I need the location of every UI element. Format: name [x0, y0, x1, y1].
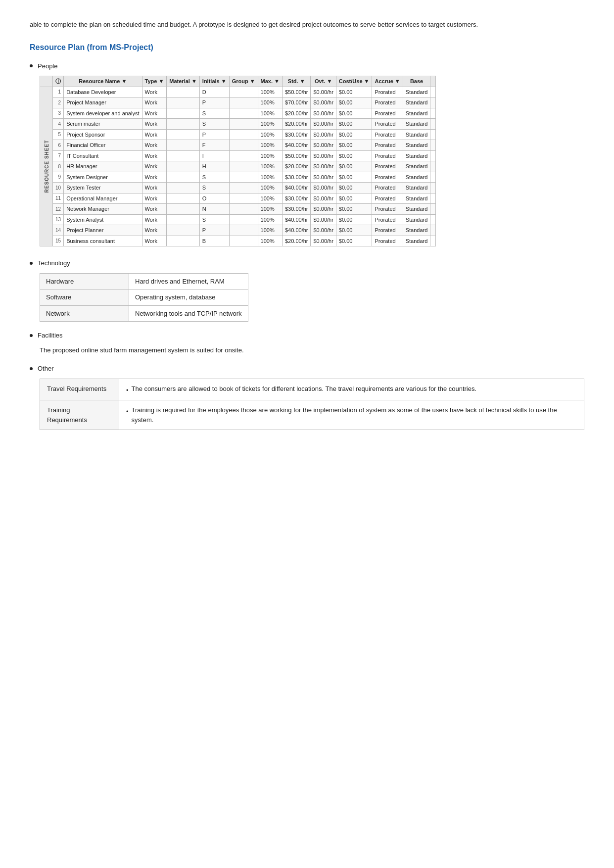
other-requirement-label: Training Requirements	[40, 400, 119, 430]
resource-type: Work	[142, 225, 167, 236]
th-accrue: Accrue ▼	[372, 76, 403, 87]
resource-std: $40.00/hr	[282, 183, 310, 193]
resource-group	[229, 119, 258, 130]
resource-cost-use: $0.00	[336, 193, 372, 204]
resource-std: $30.00/hr	[282, 129, 310, 140]
resource-material	[167, 108, 200, 119]
resource-accrue: Prorated	[372, 193, 403, 204]
th-cost-use: Cost/Use ▼	[336, 76, 372, 87]
resource-extra	[430, 150, 436, 161]
resource-type: Work	[142, 150, 167, 161]
resource-extra	[430, 119, 436, 130]
resource-extra	[430, 193, 436, 204]
resource-ovt: $0.00/hr	[311, 87, 336, 97]
resource-group	[229, 87, 258, 97]
row-number: 14	[53, 225, 64, 236]
resource-ovt: $0.00/hr	[311, 236, 336, 246]
resource-extra	[430, 183, 436, 193]
resource-ovt: $0.00/hr	[311, 193, 336, 204]
resource-base: Standard	[403, 225, 430, 236]
resource-base: Standard	[403, 172, 430, 183]
resource-ovt: $0.00/hr	[311, 225, 336, 236]
resource-type: Work	[142, 108, 167, 119]
facilities-bullet-label: Facilities	[30, 331, 584, 340]
resource-initials: P	[199, 225, 229, 236]
resource-accrue: Prorated	[372, 172, 403, 183]
resource-accrue: Prorated	[372, 214, 403, 225]
th-resource-name: Resource Name ▼	[64, 76, 142, 87]
resource-ovt: $0.00/hr	[311, 108, 336, 119]
resource-extra	[430, 236, 436, 246]
th-side	[40, 76, 53, 87]
resource-extra	[430, 204, 436, 215]
resource-initials: H	[199, 161, 229, 172]
facilities-section: Facilities The proposed online stud farm…	[30, 331, 584, 355]
resource-extra	[430, 87, 436, 97]
resource-std: $20.00/hr	[282, 161, 310, 172]
resource-name: System Analyst	[64, 214, 142, 225]
resource-cost-use: $0.00	[336, 214, 372, 225]
bullet-dot-facilities	[30, 334, 33, 337]
resource-cost-use: $0.00	[336, 119, 372, 130]
th-std: Std. ▼	[282, 76, 310, 87]
resource-cost-use: $0.00	[336, 129, 372, 140]
tech-category: Network	[40, 305, 129, 322]
row-number: 7	[53, 150, 64, 161]
resource-type: Work	[142, 172, 167, 183]
resource-material	[167, 183, 200, 193]
row-number: 15	[53, 236, 64, 246]
resource-std: $40.00/hr	[282, 214, 310, 225]
tech-category: Software	[40, 289, 129, 306]
resource-base: Standard	[403, 87, 430, 97]
resource-plan-heading: Resource Plan (from MS-Project)	[30, 42, 584, 53]
resource-type: Work	[142, 236, 167, 246]
resource-ovt: $0.00/hr	[311, 204, 336, 215]
resource-max: 100%	[258, 183, 282, 193]
th-material: Material ▼	[167, 76, 200, 87]
resource-accrue: Prorated	[372, 236, 403, 246]
resource-material	[167, 161, 200, 172]
facilities-text: The proposed online stud farm management…	[40, 345, 584, 355]
resource-group	[229, 214, 258, 225]
resource-std: $30.00/hr	[282, 193, 310, 204]
resource-material	[167, 97, 200, 108]
resource-accrue: Prorated	[372, 225, 403, 236]
resource-cost-use: $0.00	[336, 204, 372, 215]
technology-table: HardwareHard drives and Ethernet, RAMSof…	[40, 273, 248, 322]
other-requirement-label: Travel Requirements	[40, 379, 119, 400]
resource-accrue: Prorated	[372, 129, 403, 140]
resource-name: Operational Manager	[64, 193, 142, 204]
resource-type: Work	[142, 204, 167, 215]
resource-initials: I	[199, 150, 229, 161]
cell-bullet-text: The consumers are allowed to book of tic…	[132, 384, 477, 394]
people-bullet-label: People	[30, 61, 584, 71]
resource-std: $30.00/hr	[282, 172, 310, 183]
resource-base: Standard	[403, 193, 430, 204]
resource-accrue: Prorated	[372, 97, 403, 108]
resource-material	[167, 119, 200, 130]
resource-max: 100%	[258, 129, 282, 140]
resource-initials: P	[199, 97, 229, 108]
bullet-dot-people	[30, 64, 33, 67]
row-number: 8	[53, 161, 64, 172]
resource-name: Database Developer	[64, 87, 142, 97]
resource-extra	[430, 214, 436, 225]
th-info: ⓘ	[53, 76, 64, 87]
row-number: 3	[53, 108, 64, 119]
resource-name: HR Manager	[64, 161, 142, 172]
intro-paragraph: able to complete the plan on scheduled t…	[30, 20, 584, 30]
resource-name: System Tester	[64, 183, 142, 193]
resource-material	[167, 129, 200, 140]
row-number: 6	[53, 140, 64, 151]
resource-base: Standard	[403, 97, 430, 108]
row-number: 10	[53, 183, 64, 193]
resource-extra	[430, 161, 436, 172]
resource-group	[229, 161, 258, 172]
other-label: Other	[38, 364, 54, 374]
resource-cost-use: $0.00	[336, 236, 372, 246]
resource-max: 100%	[258, 204, 282, 215]
resource-cost-use: $0.00	[336, 150, 372, 161]
row-number: 2	[53, 97, 64, 108]
th-initials: Initials ▼	[199, 76, 229, 87]
resource-initials: S	[199, 108, 229, 119]
